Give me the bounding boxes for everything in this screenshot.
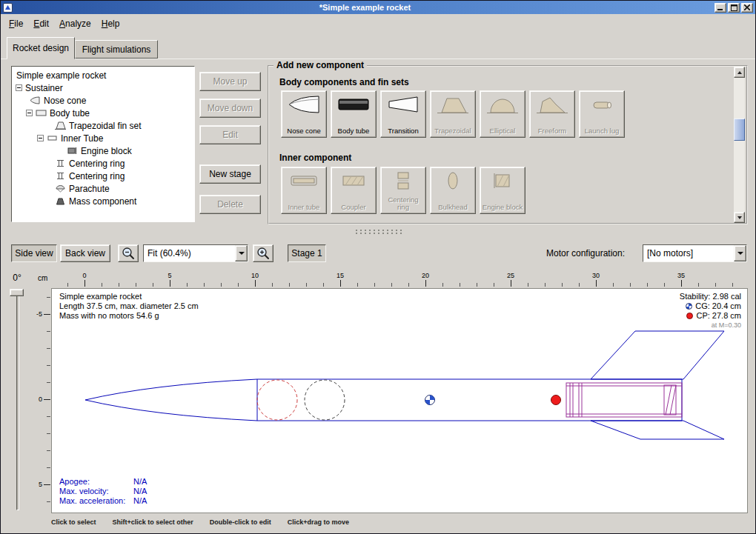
trapezoidal-fin-icon: [436, 94, 470, 115]
apogee-label: Apogee:: [59, 477, 133, 486]
palette-button-centering-ring[interactable]: Centering ring: [380, 167, 426, 214]
menu-edit[interactable]: Edit: [28, 16, 54, 31]
zoom-in-button[interactable]: [253, 244, 273, 262]
engine-block-icon: [485, 170, 520, 191]
scroll-thumb[interactable]: [734, 119, 745, 141]
design-canvas[interactable]: Simple example rocket Length 37.5 cm, ma…: [51, 288, 748, 513]
palette-button-body-tube[interactable]: Body tube: [331, 90, 377, 138]
max-acceleration-label: Max. acceleration:: [59, 496, 133, 505]
zoom-out-button[interactable]: [118, 244, 139, 262]
edit-button[interactable]: Edit: [199, 125, 261, 144]
inner-tube-icon: [287, 170, 321, 191]
palette-button-coupler[interactable]: Coupler: [331, 167, 377, 214]
cg-value: CG: 20.4 cm: [695, 301, 741, 310]
tree-item-rocket[interactable]: Simple example rocket: [12, 69, 194, 81]
splitter-dots-icon: [354, 229, 402, 235]
move-down-button[interactable]: Move down: [199, 99, 261, 118]
palette-button-nose-cone[interactable]: Nose cone: [281, 90, 327, 138]
tab-pane-edge: [1, 59, 755, 59]
tree-item-fin-set[interactable]: Trapezoidal fin set: [12, 119, 194, 132]
ruler-label: 35: [677, 272, 685, 279]
palette-scrollbar[interactable]: [734, 67, 745, 223]
menu-bar: File Edit Analyze Help: [1, 15, 755, 32]
menu-help[interactable]: Help: [96, 16, 125, 31]
cp-marker: [551, 396, 561, 405]
delete-button[interactable]: Delete: [199, 195, 261, 214]
stage-1-toggle[interactable]: Stage 1: [288, 244, 326, 262]
tab-rocket-design[interactable]: Rocket design: [7, 37, 75, 59]
palette-button-transition[interactable]: Transition: [380, 90, 426, 138]
maximize-button[interactable]: [728, 3, 740, 13]
menu-analyze[interactable]: Analyze: [54, 16, 96, 31]
palette-button-inner-tube[interactable]: Inner tube: [281, 167, 327, 214]
palette-button-freeform-fin[interactable]: Freeform: [529, 90, 575, 138]
cg-marker: [425, 396, 435, 405]
new-stage-button[interactable]: New stage: [199, 164, 261, 184]
ruler-unit: cm: [38, 274, 47, 282]
chevron-down-icon: [737, 252, 743, 255]
window-titlebar[interactable]: *Simple example rocket: [1, 1, 755, 14]
tree-item-body-tube[interactable]: Body tube: [12, 107, 194, 119]
nose-cone-icon: [287, 94, 321, 115]
tree-item-mass-component[interactable]: Mass component: [12, 195, 194, 207]
tree-item-inner-tube[interactable]: Inner Tube: [12, 132, 194, 144]
launch-lug-icon: [585, 94, 619, 115]
max-acceleration-value: N/A: [133, 496, 147, 505]
add-component-title: Add new component: [273, 60, 367, 70]
zoom-level-select[interactable]: Fit (60.4%): [143, 244, 248, 262]
tree-item-parachute[interactable]: Parachute: [12, 182, 194, 195]
inner-tube-icon: [47, 134, 58, 142]
side-view-button[interactable]: Side view: [11, 244, 57, 262]
palette-button-bulkhead[interactable]: Bulkhead: [430, 167, 476, 214]
menu-file[interactable]: File: [4, 16, 28, 31]
hint-click-drag: Click+drag to move: [288, 518, 349, 526]
dropdown-button[interactable]: [235, 245, 248, 261]
dropdown-button[interactable]: [734, 245, 746, 261]
apogee-row: Apogee: N/A: [59, 477, 147, 486]
mass-component-icon: [55, 197, 66, 205]
palette-button-engine-block[interactable]: Engine block: [480, 167, 525, 214]
tree-item-centering-ring-1[interactable]: Centering ring: [12, 157, 194, 170]
move-up-button[interactable]: Move up: [199, 72, 261, 91]
parachute-icon: [55, 184, 66, 193]
cp-value: CP: 27.8 cm: [696, 311, 741, 320]
minimize-button[interactable]: [714, 3, 726, 13]
palette-button-trapezoidal-fin[interactable]: Trapezoidal: [430, 90, 476, 138]
collapse-icon[interactable]: [37, 135, 44, 141]
tab-flight-simulations[interactable]: Flight simulations: [75, 40, 158, 59]
stability-value: Stability: 2.98 cal: [680, 292, 741, 301]
ruler-label: 30: [592, 272, 600, 279]
cg-icon: [686, 303, 692, 310]
zoom-out-icon: [122, 247, 135, 260]
palette-button-elliptical-fin[interactable]: Elliptical: [480, 90, 525, 138]
tree-item-sustainer[interactable]: Sustainer: [12, 81, 194, 94]
collapse-icon[interactable]: [26, 110, 33, 116]
max-velocity-row: Max. velocity: N/A: [59, 487, 147, 495]
ruler-label: 10: [251, 272, 259, 279]
component-tree: Simple example rocket Sustainer Nose con…: [11, 66, 195, 222]
motor-configuration-label: Motor configuration:: [546, 248, 625, 258]
motor-configuration-select[interactable]: [No motors]: [643, 244, 747, 262]
tree-item-centering-ring-2[interactable]: Centering ring: [12, 170, 194, 182]
centering-ring-icon: [55, 159, 66, 167]
close-button[interactable]: [741, 3, 753, 13]
zoom-in-icon: [256, 247, 270, 260]
scroll-up-button[interactable]: [734, 67, 745, 78]
splitter-handle[interactable]: [1, 227, 755, 237]
tree-item-engine-block[interactable]: Engine block: [12, 144, 194, 157]
hint-shift-click: Shift+click to select other: [113, 518, 193, 526]
app-icon: [3, 3, 13, 13]
body-tube-icon: [336, 94, 371, 115]
rotation-slider-handle[interactable]: [10, 289, 24, 296]
close-icon: [744, 4, 750, 10]
nose-cone-icon: [30, 96, 41, 104]
rotation-slider[interactable]: [16, 290, 19, 510]
tree-item-nose-cone[interactable]: Nose cone: [12, 94, 194, 107]
collapse-icon[interactable]: [16, 84, 22, 91]
body-tube-icon: [36, 109, 47, 117]
max-velocity-value: N/A: [133, 487, 147, 495]
vertical-ruler-major: [44, 314, 50, 486]
back-view-button[interactable]: Back view: [60, 244, 110, 262]
scroll-down-button[interactable]: [734, 212, 745, 223]
palette-button-launch-lug[interactable]: Launch lug: [579, 90, 625, 138]
